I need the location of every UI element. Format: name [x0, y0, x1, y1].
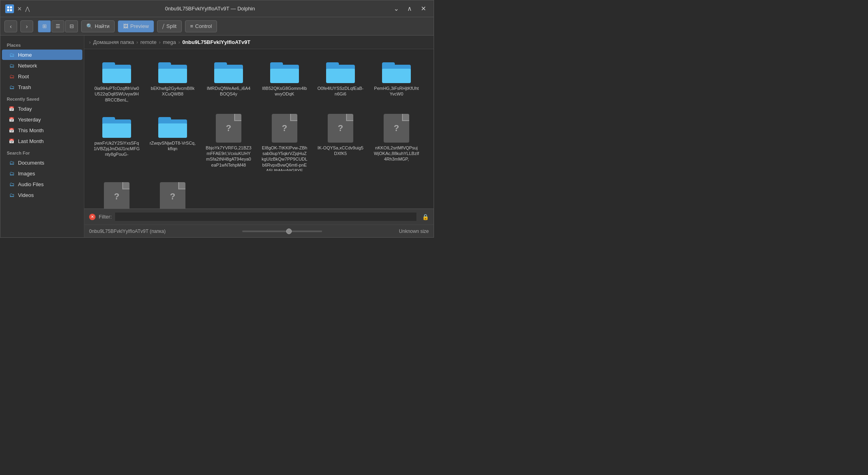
file-name: IK-OQYSa,xCCdv9uig5DXfK5: [317, 145, 364, 157]
breadcrumb-bar: › Домашняя папка › remote › mega › 0nbu9…: [84, 36, 434, 49]
sidebar-item-today[interactable]: 📅 Today: [2, 103, 82, 114]
sidebar: Places 🗂 Home 🗂 Network 🗂 Root 🗂 Trash R…: [0, 36, 84, 237]
breadcrumb-remote[interactable]: remote: [140, 39, 156, 45]
zoom-slider[interactable]: [242, 231, 322, 232]
unknown-file-icon: ?: [328, 114, 353, 143]
split-button[interactable]: ⧸ Split: [157, 20, 181, 32]
titlebar: ✕ ⋀ 0nbu9L75BFvklYyIfIoATv9T — Dolphin ⌄…: [0, 0, 434, 17]
file-item-folder-4[interactable]: l8B52QKsG8Gomm4lbwvyODqK: [259, 56, 311, 106]
back-button[interactable]: ‹: [4, 20, 17, 32]
home-label: Home: [18, 52, 32, 58]
sidebar-item-images[interactable]: 🗂 Images: [2, 168, 82, 179]
sidebar-item-documents[interactable]: 🗂 Documents: [2, 157, 82, 168]
compact-view-button[interactable]: ⊟: [65, 20, 78, 32]
minimize-button[interactable]: ⌄: [390, 3, 402, 14]
view-buttons: ⊞ ☰ ⊟: [38, 20, 78, 32]
this-month-calendar-icon: 📅: [8, 127, 15, 133]
folder-icon-large: [326, 59, 355, 83]
breadcrumb-sep-2: ›: [159, 40, 161, 45]
recently-saved-section-label: Recently Saved: [0, 93, 84, 103]
sidebar-item-this-month[interactable]: 📅 This Month: [2, 125, 82, 135]
pin-icon[interactable]: ✕: [17, 6, 22, 12]
audio-label: Audio Files: [18, 181, 44, 187]
sidebar-item-home[interactable]: 🗂 Home: [2, 50, 82, 60]
sidebar-item-trash[interactable]: 🗂 Trash: [2, 82, 82, 92]
root-label: Root: [18, 74, 29, 79]
window-title: 0nbu9L75BFvklYyIfIoATv9T — Dolphin: [30, 6, 390, 12]
file-item-unknown-3[interactable]: ? IK-OQYSa,xCCdv9uig5DXfK5: [315, 110, 366, 175]
yesterday-label: Yesterday: [18, 117, 41, 123]
folder-icon-large: [102, 114, 131, 138]
file-item-folder-3[interactable]: IMRDsQfWeAe6,,i6A4BOQS4y: [203, 56, 255, 106]
main-window: ✕ ⋀ 0nbu9L75BFvklYyIfIoATv9T — Dolphin ⌄…: [0, 0, 434, 238]
close-button[interactable]: ✕: [418, 3, 429, 14]
slider-thumb: [286, 229, 292, 234]
sidebar-item-yesterday[interactable]: 📅 Yesterday: [2, 114, 82, 125]
app-icon: [5, 4, 14, 13]
videos-folder-icon: 🗂: [8, 192, 15, 198]
content-area: Places 🗂 Home 🗂 Network 🗂 Root 🗂 Trash R…: [0, 36, 434, 237]
root-folder-icon: 🗂: [8, 73, 15, 79]
images-label: Images: [18, 171, 35, 177]
folder-icon-large: [270, 59, 299, 83]
file-item-folder-2[interactable]: bEKhwfg2Gy4vcmB8kXCuQWB8: [147, 56, 199, 106]
file-item-unknown-4[interactable]: ? nKKOIL2srtMfVQPsujWjOKAc,88kuhYLLBzIf4…: [370, 110, 422, 175]
breadcrumb-home[interactable]: Домашняя папка: [93, 39, 134, 45]
yesterday-calendar-icon: 📅: [8, 116, 15, 123]
menu-icon: ≡: [190, 23, 193, 29]
file-item-folder-8[interactable]: rZwqvSNjwDT8-VrSCq,kfIqn: [147, 110, 199, 175]
today-calendar-icon: 📅: [8, 105, 15, 112]
images-folder-icon: 🗂: [8, 170, 15, 177]
file-item-unknown-6[interactable]: ? yBzrdk77XaTZWY8nLM64OiWu4oRsHDsEWIMT5O…: [147, 179, 199, 209]
home-folder-icon: 🗂: [8, 52, 15, 58]
file-name: PemHG,3iFsRHjtKfUhtYvcW0: [373, 85, 420, 97]
control-button[interactable]: ≡ Control: [185, 20, 217, 32]
find-button[interactable]: 🔍 Найти: [81, 20, 115, 32]
file-item-unknown-2[interactable]: ? EI8gOK-TtKKlPvw-ZBhsab0iupY5qkrVZjqHuZ…: [259, 110, 311, 175]
size-info-text: Unknown size: [399, 229, 429, 234]
split-icon: ⧸: [162, 23, 164, 30]
file-name: pwxFrUk2Y2SiYxsSFq1iVBZpjJmDdJ1ncMFGnty8…: [94, 140, 140, 157]
sidebar-item-last-month[interactable]: 📅 Last Month: [2, 136, 82, 146]
sidebar-item-network[interactable]: 🗂 Network: [2, 60, 82, 71]
sidebar-item-videos[interactable]: 🗂 Videos: [2, 190, 82, 200]
folder-icon-large: [382, 59, 411, 83]
maximize-button[interactable]: ∧: [404, 3, 415, 14]
network-label: Network: [18, 63, 37, 69]
unknown-file-icon: ?: [272, 114, 297, 143]
svg-rect-0: [7, 6, 9, 8]
breadcrumb-mega[interactable]: mega: [163, 39, 176, 45]
file-item-unknown-5[interactable]: ? qtUeJL3mum0Ow7mdGLdhW1We0TaoC-zlkH40IR…: [91, 179, 143, 209]
file-item-unknown-1[interactable]: ? BbjoYk7YVRFG,21BZ3mFFAE9rI,VcxiuKUHYmS…: [203, 110, 255, 175]
file-item-folder-1[interactable]: 0ia9lHuPTcOzqffihVw0U522qOqllSWUvyw9H8RC…: [91, 56, 143, 106]
unknown-file-icon: ?: [104, 182, 129, 209]
search-for-section-label: Search For: [0, 147, 84, 157]
filter-input[interactable]: [115, 213, 417, 221]
file-name: BbjoYk7YVRFG,21BZ3mFFAE9rI,VcxiuKUHYmSfa…: [205, 145, 252, 168]
preview-button[interactable]: 🖼 Preview: [118, 20, 154, 32]
svg-rect-1: [10, 6, 12, 8]
statusbar-info: 0nbu9L75BFvklYyIfIoATv9T (папка) Unknown…: [84, 225, 434, 237]
documents-label: Documents: [18, 160, 44, 166]
sidebar-item-audio[interactable]: 🗂 Audio Files: [2, 179, 82, 189]
expand-icon[interactable]: ⋀: [25, 6, 30, 12]
folder-icon-large: [158, 59, 187, 83]
forward-button[interactable]: ›: [20, 20, 33, 32]
network-folder-icon: 🗂: [8, 62, 15, 69]
this-month-label: This Month: [18, 127, 44, 133]
breadcrumb-sep-3: ›: [178, 40, 180, 45]
file-item-folder-5[interactable]: O0fe4lUYSSzDLqfEaB-n6Gi6: [315, 56, 366, 106]
file-name: nKKOIL2srtMfVQPsujWjOKAc,88kuhYLLBzIf4Rh…: [373, 145, 420, 162]
list-view-button[interactable]: ☰: [52, 20, 64, 32]
unknown-file-icon: ?: [160, 182, 185, 209]
folder-icon-large: [102, 59, 131, 83]
file-item-folder-7[interactable]: pwxFrUk2Y2SiYxsSFq1iVBZpjJmDdJ1ncMFGnty8…: [91, 110, 143, 175]
file-name: l8B52QKsG8Gomm4lbwvyODqK: [261, 85, 308, 97]
file-name: O0fe4lUYSSzDLqfEaB-n6Gi6: [317, 85, 364, 97]
file-item-folder-6[interactable]: PemHG,3iFsRHjtKfUhtYvcW0: [370, 56, 422, 106]
sidebar-item-root[interactable]: 🗂 Root: [2, 71, 82, 81]
breadcrumb-current[interactable]: 0nbu9L75BFvklYyIfIoATv9T: [182, 39, 250, 45]
filter-close-button[interactable]: ✕: [89, 214, 96, 220]
preview-label: Preview: [130, 23, 149, 29]
grid-view-button[interactable]: ⊞: [38, 20, 51, 32]
